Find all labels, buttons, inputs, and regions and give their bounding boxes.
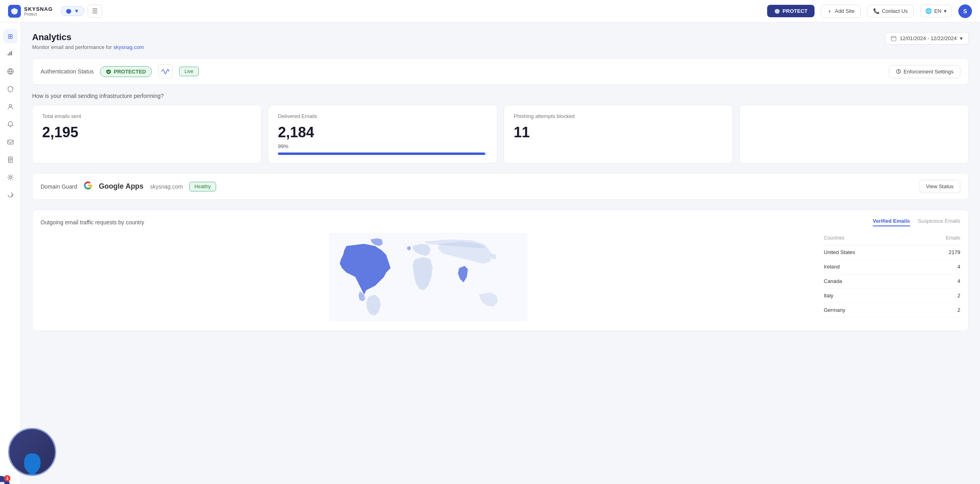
sidebar-item-mail[interactable]	[3, 135, 18, 149]
top-navigation: SKYSNAG Protect ▼ ☰ PROTECT ＋ Add Site 📞…	[0, 0, 980, 22]
svg-rect-5	[891, 37, 896, 41]
sidebar-item-globe[interactable]	[3, 64, 18, 79]
page-title: Analytics	[32, 32, 144, 43]
country-table: Countries Emails United States2179Irelan…	[824, 233, 960, 323]
webcam-overlay: 👤	[8, 428, 56, 476]
domain-guard: Domain Guard Google Apps skysnag.com Hea…	[32, 173, 969, 200]
language-button[interactable]: 🌐 EN ▾	[920, 5, 952, 17]
country-emails: 2	[958, 293, 960, 299]
phishing-card: Phishing attempts blocked 11	[504, 105, 733, 163]
stats-row: Total emails sent 2,195 Delivered Emails…	[32, 105, 969, 163]
country-rows: United States2179Ireland4Canada4Italy2Ge…	[824, 245, 960, 317]
tab-verified-emails[interactable]: Verified Emails	[873, 218, 910, 226]
country-emails: 2179	[949, 249, 960, 255]
delivered-emails-card: Delivered Emails 2,184 99%	[268, 105, 497, 163]
table-row: Germany2	[824, 303, 960, 317]
country-emails: 2	[958, 307, 960, 313]
page-header: Analytics Monitor email and performance …	[32, 32, 969, 50]
view-status-button[interactable]: View Status	[919, 180, 960, 193]
table-row: Ireland4	[824, 260, 960, 274]
shield-selector[interactable]: ▼	[61, 6, 84, 16]
logo-text: SKYSNAG Protect	[24, 6, 53, 16]
traffic-section: Outgoing email traffic requests by count…	[32, 209, 969, 331]
contact-button[interactable]: 📞 Contact Us	[867, 5, 914, 17]
enforcement-settings-button[interactable]: Enforcement Settings	[889, 65, 960, 78]
phishing-value: 11	[514, 124, 723, 141]
live-badge: Live	[179, 67, 198, 76]
progress-bar	[278, 153, 487, 155]
google-icon	[84, 181, 92, 192]
webcam-placeholder: 👤	[9, 429, 55, 475]
map-area	[41, 233, 816, 323]
country-name: Canada	[824, 278, 958, 284]
table-row: Canada4	[824, 274, 960, 289]
traffic-tabs: Verified Emails Suspicious Emails	[873, 218, 960, 226]
country-name: Germany	[824, 307, 958, 313]
stats-question: How is your email sending infrastructure…	[32, 93, 969, 99]
sidebar-item-bell[interactable]	[3, 117, 18, 132]
page-title-area: Analytics Monitor email and performance …	[32, 32, 144, 50]
sidebar-item-settings[interactable]	[3, 170, 18, 185]
wave-icon[interactable]	[158, 64, 173, 79]
country-emails: 4	[958, 264, 960, 270]
sidebar-item-chart[interactable]	[3, 47, 18, 61]
traffic-title: Outgoing email traffic requests by count…	[41, 219, 144, 226]
delivered-label: Delivered Emails	[278, 113, 487, 119]
domain-guard-label: Domain Guard	[41, 183, 77, 190]
google-apps-text: Google Apps	[99, 182, 143, 191]
avatar[interactable]: S	[958, 4, 972, 18]
auth-status-bar: Authentication Status PROTECTED Live Enf…	[32, 58, 969, 85]
protect-button[interactable]: PROTECT	[767, 5, 815, 17]
total-emails-label: Total emails sent	[42, 113, 251, 119]
sidebar-item-home[interactable]: ⊞	[3, 29, 18, 43]
traffic-body: Countries Emails United States2179Irelan…	[41, 233, 960, 323]
country-name: Ireland	[824, 264, 958, 270]
country-emails: 4	[958, 278, 960, 284]
domain-name: skysnag.com	[150, 183, 183, 190]
email-col-header: Emails	[946, 235, 960, 241]
nav-right: PROTECT ＋ Add Site 📞 Contact Us 🌐 EN ▾ S	[767, 4, 972, 18]
chat-button[interactable]: 3	[0, 476, 10, 484]
country-name: Italy	[824, 293, 958, 299]
menu-button[interactable]: ☰	[88, 4, 102, 18]
page-subtitle: Monitor email and performance for skysna…	[32, 44, 144, 50]
auth-status-label: Authentication Status	[41, 68, 94, 75]
total-emails-card: Total emails sent 2,195	[32, 105, 261, 163]
svg-point-1	[9, 104, 12, 107]
svg-rect-2	[8, 140, 13, 144]
date-range-picker[interactable]: 12/01/2024 - 12/22/2024 ▾	[885, 32, 969, 45]
total-emails-value: 2,195	[42, 124, 251, 141]
domain-link[interactable]: skysnag.com	[113, 44, 144, 50]
logo-icon	[8, 5, 21, 18]
country-col-header: Countries	[824, 235, 946, 241]
svg-point-4	[9, 177, 11, 179]
chat-badge: 3	[4, 475, 10, 482]
progress-fill	[278, 153, 485, 155]
sidebar-item-report[interactable]	[3, 153, 18, 167]
sidebar-item-shield[interactable]	[3, 82, 18, 96]
country-table-header: Countries Emails	[824, 233, 960, 245]
table-row: United States2179	[824, 245, 960, 260]
table-row: Italy2	[824, 289, 960, 303]
sidebar-item-share[interactable]	[3, 188, 18, 202]
empty-stat-card	[739, 105, 969, 163]
main-content: Analytics Monitor email and performance …	[21, 22, 980, 484]
phishing-label: Phishing attempts blocked	[514, 113, 723, 119]
traffic-header: Outgoing email traffic requests by count…	[41, 218, 960, 226]
sidebar-item-user[interactable]	[3, 100, 18, 114]
healthy-badge: Healthy	[189, 182, 216, 191]
add-site-button[interactable]: ＋ Add Site	[821, 4, 860, 18]
tab-suspicious-emails[interactable]: Suspicious Emails	[918, 218, 961, 226]
sidebar: ⊞	[0, 22, 21, 484]
delivered-value: 2,184	[278, 124, 487, 141]
country-name: United States	[824, 249, 949, 255]
person-silhouette: 👤	[17, 455, 47, 476]
protected-badge: PROTECTED	[100, 66, 152, 77]
delivered-percent: 99%	[278, 143, 487, 149]
logo-area: SKYSNAG Protect	[8, 5, 53, 18]
